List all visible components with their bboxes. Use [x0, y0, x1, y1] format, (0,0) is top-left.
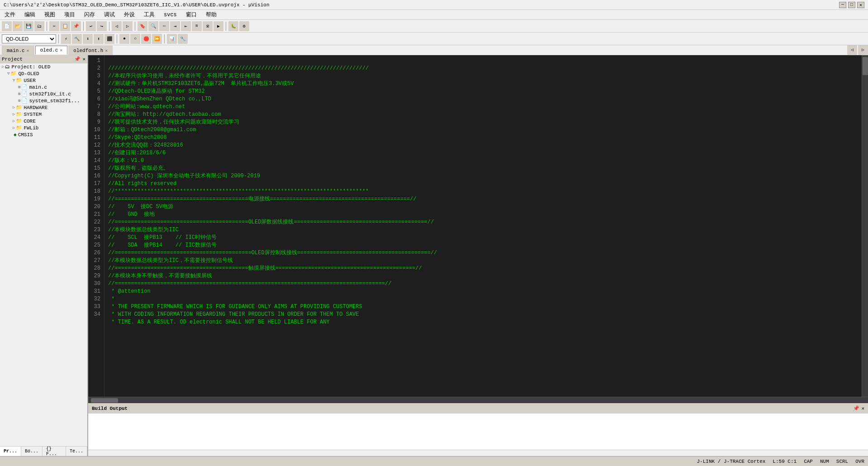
tree-stm32-it[interactable]: ⊞ 📄 stm32f10x_it.c [0, 90, 87, 97]
settings-btn[interactable]: 🔧 [178, 34, 188, 44]
tab-close-oledfont[interactable]: ✕ [105, 48, 108, 53]
bookmark-button[interactable]: 🔖 [138, 21, 147, 31]
toolbar2-btn1[interactable]: ⚡ [61, 34, 71, 44]
code-line-29: //======================================… [108, 281, 392, 325]
code-line-16: //All rights reserved [108, 181, 176, 187]
panel-tab-bo[interactable]: Bo... [21, 447, 43, 456]
caps-indicator: CAP [804, 459, 813, 464]
run-button[interactable]: ▶ [213, 21, 223, 31]
paste-button[interactable]: 📌 [71, 21, 81, 31]
expand-fwlib: ▷ [13, 125, 15, 130]
nav-fwd[interactable]: ▷ [123, 21, 133, 31]
tab-scroll-left[interactable]: ◁ [847, 45, 857, 55]
redo-button[interactable]: ↪ [97, 21, 107, 31]
toolbar2-btn2[interactable]: 🔨 [72, 34, 82, 44]
menu-help[interactable]: 帮助 [203, 10, 219, 19]
code-line-23: // SCL 接PB13 // IIC时钟信号 [108, 234, 217, 241]
format-button[interactable]: ≡ [192, 21, 202, 31]
expand-system-folder: ▷ [13, 112, 15, 117]
code-line-10: //Skype:QDtech2008 [108, 134, 167, 141]
expand-core: ▷ [13, 119, 15, 124]
num-indicator: NUM [820, 459, 829, 464]
toolbar2-btn3[interactable]: ⬇ [83, 34, 93, 44]
tab-oled-c[interactable]: oled.c ✕ [35, 46, 68, 55]
code-line-9: //邮箱：QDtech2008@gmail.com [108, 127, 196, 133]
vertical-scrollbar[interactable] [862, 55, 868, 397]
tree-system[interactable]: ▷ 📁 SYSTEM [0, 111, 87, 118]
tab-main-c[interactable]: main.c ✕ [2, 46, 34, 55]
debug-stop[interactable]: ○ [130, 34, 140, 44]
debug-step[interactable]: 🛑 [141, 34, 151, 44]
minimize-button[interactable]: ─ [839, 2, 846, 8]
copy-button[interactable]: 📋 [60, 21, 70, 31]
undo-button[interactable]: ↩ [86, 21, 96, 31]
code-editor-content[interactable]: ////////////////////////////////////////… [104, 55, 862, 397]
menu-edit[interactable]: 编辑 [22, 10, 38, 19]
tree-fwlib[interactable]: ▷ 📁 FWLib [0, 124, 87, 131]
debug-run[interactable]: ⏩ [152, 34, 162, 44]
menu-view[interactable]: 视图 [42, 10, 58, 19]
panel-tab-pr[interactable]: Pr... [0, 447, 21, 456]
build-output-section: Build Output 📌 ✕ [88, 403, 868, 456]
menu-window[interactable]: 窗口 [183, 10, 199, 19]
tree-system-stm32[interactable]: ⊞ 📄 system_stm32f1... [0, 97, 87, 104]
scrl-indicator: SCRL [836, 459, 848, 464]
target-select[interactable]: QD-OLED [2, 34, 56, 43]
view-btn[interactable]: 📊 [167, 34, 177, 44]
save-all-button[interactable]: 🗂 [34, 21, 44, 31]
indent-button[interactable]: ⇥ [170, 21, 180, 31]
build-pin-icon[interactable]: 📌 [853, 405, 859, 411]
menu-file[interactable]: 文件 [2, 10, 18, 19]
cut-button[interactable]: ✂ [49, 21, 59, 31]
build-close-icon[interactable]: ✕ [861, 405, 864, 411]
close-button[interactable]: ✕ [857, 2, 864, 8]
code-line-4: //QDtech-OLED液晶驱动 for STM32 [108, 88, 205, 95]
tree-core[interactable]: ▷ 📁 CORE [0, 118, 87, 124]
tree-cmsis[interactable]: ◆ CMSIS [0, 131, 87, 138]
project-pin-icon[interactable]: 📌 [74, 56, 81, 62]
tree-hardware[interactable]: ▷ 📁 HARDWARE [0, 104, 87, 111]
tab-scroll-right[interactable]: ▷ [858, 45, 868, 55]
toolbar2-btn5[interactable]: ⬛ [104, 34, 114, 44]
panel-tab-f[interactable]: {} F... [43, 447, 66, 456]
debug-button[interactable]: 🐛 [228, 21, 238, 31]
content-area: Project 📌 ✕ ▷ 🗂 Project: OLED [0, 55, 868, 456]
menu-tools[interactable]: 工具 [141, 10, 157, 19]
open-button[interactable]: 📂 [13, 21, 23, 31]
outdent-button[interactable]: ⇤ [181, 21, 191, 31]
nav-back[interactable]: ◁ [112, 21, 122, 31]
comment-button[interactable]: ※ [203, 21, 213, 31]
settings-button[interactable]: ⚙ [239, 21, 249, 31]
code-line-17: //**************************************… [108, 188, 369, 195]
tree-project-oled[interactable]: ▷ 🗂 Project: OLED [0, 63, 87, 70]
horizontal-scrollbar[interactable] [88, 397, 868, 403]
menu-debug[interactable]: 调试 [101, 10, 118, 19]
project-close-icon[interactable]: ✕ [82, 56, 85, 62]
tree-main-c[interactable]: ⊞ 📄 main.c [0, 84, 87, 90]
menu-peripherals[interactable]: 外设 [121, 10, 138, 19]
tree-user-folder[interactable]: ▽ 📁 USER [0, 77, 87, 84]
code-line-27: //======================================… [108, 265, 422, 279]
new-file-button[interactable]: 📄 [2, 21, 12, 31]
replace-button[interactable]: ↔ [159, 21, 169, 31]
folder-icon-qd-oled: 📁 [10, 71, 17, 76]
file-icon-stm32-it: 📄 [21, 91, 28, 97]
toolbar2-btn4[interactable]: ⬆ [94, 34, 104, 44]
save-button[interactable]: 💾 [24, 21, 33, 31]
debugger-label: J-LINK / J-TRACE Cortex [697, 459, 766, 464]
line-numbers: 1234567891011121314151617181920212223242… [88, 55, 104, 397]
tab-bar: main.c ✕ oled.c ✕ oledfont.h ✕ ◁ ▷ [0, 45, 868, 55]
tree-qd-oled[interactable]: ▽ 📁 QD-OLED [0, 70, 87, 77]
debug-start[interactable]: ● [119, 34, 129, 44]
menu-flash[interactable]: 闪存 [81, 10, 98, 19]
menu-svcs[interactable]: svcs [161, 11, 180, 19]
build-output-scrollbar[interactable] [88, 450, 868, 456]
find-button[interactable]: 🔍 [148, 21, 158, 31]
tab-close-oled[interactable]: ✕ [60, 48, 62, 53]
menu-project[interactable]: 项目 [62, 10, 78, 19]
tab-close-main[interactable]: ✕ [27, 48, 29, 53]
panel-tab-te[interactable]: Te... [66, 447, 87, 456]
maximize-button[interactable]: □ [848, 2, 855, 8]
tab-oledfont-h[interactable]: oledfont.h ✕ [68, 46, 113, 55]
code-line-24: // SDA 接PB14 // IIC数据信号 [108, 242, 217, 248]
